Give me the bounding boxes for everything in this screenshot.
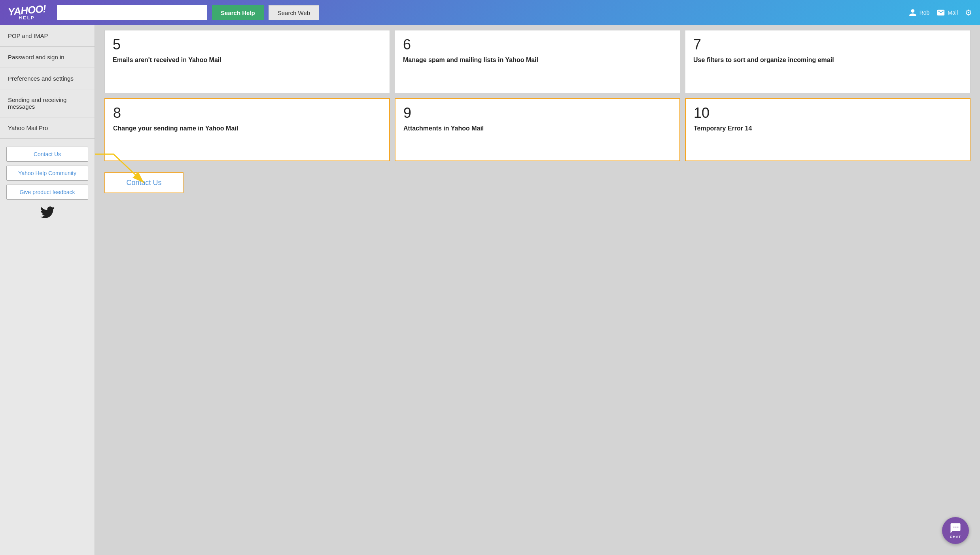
page-layout: POP and IMAP Password and sign in Prefer…: [0, 25, 980, 555]
sidebar-contact-wrapper: Contact Us: [6, 147, 88, 162]
article-card-7[interactable]: 7 Use filters to sort and organize incom…: [685, 30, 971, 93]
sidebar-item-password-signin[interactable]: Password and sign in: [0, 47, 95, 68]
sidebar-item-preferences-settings[interactable]: Preferences and settings: [0, 68, 95, 89]
mail-icon: [936, 8, 945, 17]
articles-grid: 5 Emails aren't received in Yahoo Mail 6…: [104, 25, 971, 161]
logo-text: YAHOO!: [8, 5, 46, 15]
article-number: 10: [694, 106, 962, 120]
contact-us-sidebar-button[interactable]: Contact Us: [6, 147, 88, 162]
article-title: Manage spam and mailing lists in Yahoo M…: [403, 56, 672, 64]
search-input[interactable]: [57, 5, 207, 20]
user-name: Rob: [919, 9, 930, 16]
twitter-link[interactable]: [6, 204, 88, 219]
sidebar-item-label: Password and sign in: [8, 54, 64, 60]
article-number: 7: [693, 38, 962, 52]
article-card-5[interactable]: 5 Emails aren't received in Yahoo Mail: [104, 30, 390, 93]
article-card-8[interactable]: 8 Change your sending name in Yahoo Mail: [104, 98, 390, 161]
article-title: Change your sending name in Yahoo Mail: [113, 124, 381, 133]
search-help-button[interactable]: Search Help: [212, 5, 264, 20]
page-header: YAHOO! HELP Search Help Search Web Rob M…: [0, 0, 980, 25]
sidebar-item-label: Sending and receiving messages: [8, 96, 66, 110]
give-product-feedback-button[interactable]: Give product feedback: [6, 185, 88, 200]
chat-label: CHAT: [950, 535, 961, 539]
article-title: Use filters to sort and organize incomin…: [693, 56, 962, 64]
yahoo-logo: YAHOO! HELP: [8, 5, 46, 20]
mail-link[interactable]: Mail: [936, 8, 958, 17]
twitter-icon: [40, 205, 55, 219]
search-web-button[interactable]: Search Web: [269, 5, 319, 20]
sidebar-item-label: Yahoo Mail Pro: [8, 125, 48, 131]
contact-us-main-button[interactable]: Contact Us: [104, 172, 184, 193]
user-icon: [908, 8, 917, 17]
sidebar-item-yahoo-mail-pro[interactable]: Yahoo Mail Pro: [0, 117, 95, 139]
article-title: Attachments in Yahoo Mail: [403, 124, 672, 133]
article-title: Temporary Error 14: [694, 124, 962, 133]
article-card-6[interactable]: 6 Manage spam and mailing lists in Yahoo…: [395, 30, 680, 93]
article-number: 9: [403, 106, 672, 120]
yahoo-help-community-button[interactable]: Yahoo Help Community: [6, 166, 88, 181]
article-title: Emails aren't received in Yahoo Mail: [113, 56, 382, 64]
header-right: Rob Mail ⚙: [908, 8, 972, 17]
article-card-9[interactable]: 9 Attachments in Yahoo Mail: [395, 98, 680, 161]
main-content: 5 Emails aren't received in Yahoo Mail 6…: [95, 25, 980, 555]
sidebar-item-label: Preferences and settings: [8, 75, 74, 82]
user-profile[interactable]: Rob: [908, 8, 930, 17]
article-number: 8: [113, 106, 381, 120]
article-number: 5: [113, 38, 382, 52]
chat-icon: [950, 522, 961, 534]
contact-us-main-wrapper: Contact Us: [104, 172, 184, 193]
sidebar-item-sending-receiving[interactable]: Sending and receiving messages: [0, 89, 95, 117]
sidebar-item-label: POP and IMAP: [8, 32, 48, 39]
settings-icon[interactable]: ⚙: [965, 8, 972, 17]
mail-label: Mail: [948, 9, 958, 16]
sidebar-actions: Contact Us Yahoo Help Community Give pro…: [0, 139, 95, 227]
sidebar-item-pop-imap[interactable]: POP and IMAP: [0, 25, 95, 47]
article-number: 6: [403, 38, 672, 52]
sidebar: POP and IMAP Password and sign in Prefer…: [0, 25, 95, 555]
article-card-10[interactable]: 10 Temporary Error 14: [685, 98, 971, 161]
chat-button[interactable]: CHAT: [942, 517, 969, 544]
